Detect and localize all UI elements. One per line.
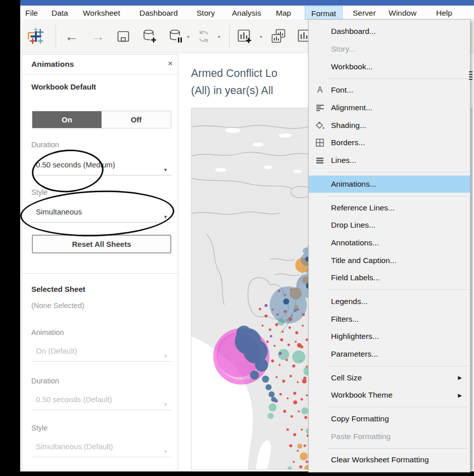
- submenu-arrow-icon: ▶: [458, 375, 462, 380]
- toggle-on-button[interactable]: On: [32, 111, 102, 128]
- menu-item-label: Workbook...: [331, 62, 470, 71]
- menu-item-legends[interactable]: Legends...: [309, 293, 470, 311]
- menu-item-cell-size[interactable]: Cell Size▶: [309, 369, 470, 386]
- menu-item-workbook-theme[interactable]: Workbook Theme▶: [309, 386, 470, 404]
- menu-item-alignment[interactable]: Alignment...: [309, 99, 470, 117]
- new-worksheet-dropdown-caret[interactable]: ▾: [260, 34, 262, 39]
- menu-format[interactable]: Format: [305, 6, 343, 20]
- menu-item-copy-formatting[interactable]: Copy Formatting: [309, 410, 470, 428]
- chevron-down-icon: ▼: [163, 397, 168, 412]
- menu-help[interactable]: Help: [436, 6, 452, 20]
- lines-icon: [309, 157, 331, 164]
- menu-dashboard[interactable]: Dashboard: [139, 6, 178, 20]
- menu-item-annotations[interactable]: Annotations...: [309, 234, 470, 252]
- sheet-duration-value: 0.50 seconds (Default): [36, 395, 112, 404]
- format-dropdown-menu: Dashboard... Story... Workbook... A Font…: [308, 19, 470, 472]
- chevron-down-icon: ▼: [163, 162, 168, 178]
- chevron-down-icon: ▼: [163, 209, 168, 225]
- menu-file[interactable]: File: [25, 6, 38, 20]
- workbook-default-toggle: On Off: [32, 111, 171, 128]
- close-icon[interactable]: ×: [168, 59, 173, 69]
- menu-window[interactable]: Window: [389, 6, 416, 20]
- forward-arrow-icon[interactable]: →: [91, 29, 105, 45]
- menu-item-field-labels[interactable]: Field Labels...: [309, 269, 470, 287]
- menu-item-label: Filters...: [331, 315, 470, 324]
- menu-item-label: Borders...: [331, 138, 470, 147]
- menu-item-shading[interactable]: Shading...: [309, 116, 470, 134]
- menu-separator: [328, 172, 468, 172]
- tableau-window: File Data Worksheet Dashboard Story Anal…: [20, 0, 474, 471]
- style-dropdown[interactable]: Simultaneous ▼: [31, 204, 171, 223]
- menu-item-reference-lines[interactable]: Reference Lines...: [309, 199, 470, 217]
- chevron-down-icon: ▼: [163, 349, 168, 364]
- menu-item-label: Font...: [331, 85, 470, 95]
- sheet-style-value: Simultaneous (Default): [36, 442, 113, 451]
- pause-dropdown-caret[interactable]: ▾: [187, 34, 189, 39]
- tableau-logo-icon[interactable]: [27, 27, 45, 46]
- sheet-duration-label: Duration: [31, 377, 59, 385]
- menu-item-borders[interactable]: Borders...: [309, 134, 470, 152]
- animations-panel: Animations × Workbook Default On Off Dur…: [22, 54, 178, 470]
- menu-item-dashboard[interactable]: Dashboard...: [309, 23, 470, 40]
- sheet-animation-value: On (Default): [36, 347, 77, 355]
- menu-separator: [328, 289, 468, 290]
- menu-item-lines[interactable]: Lines...: [309, 152, 470, 169]
- borders-icon: [309, 139, 331, 147]
- font-icon: A: [309, 85, 331, 95]
- menu-item-parameters[interactable]: Parameters...: [309, 345, 470, 363]
- menu-item-label: Title and Caption...: [331, 256, 470, 265]
- menu-item-label: Legends...: [331, 297, 470, 306]
- new-data-source-icon[interactable]: [141, 28, 158, 45]
- menu-story[interactable]: Story: [197, 6, 215, 20]
- toggle-off-button[interactable]: Off: [102, 111, 171, 128]
- menu-separator: [328, 78, 468, 79]
- menu-analysis[interactable]: Analysis: [232, 6, 261, 20]
- toolbar-separator: [56, 25, 56, 48]
- menu-item-highlighters[interactable]: Highlighters...: [309, 328, 470, 345]
- menu-separator: [328, 196, 468, 196]
- style-label: Style: [31, 188, 48, 196]
- save-icon[interactable]: [116, 29, 130, 44]
- menu-data[interactable]: Data: [52, 6, 68, 20]
- duplicate-sheet-icon[interactable]: [270, 28, 287, 45]
- menu-item-workbook[interactable]: Workbook...: [309, 58, 470, 75]
- menu-item-label: Copy Formatting: [331, 414, 470, 423]
- back-arrow-icon[interactable]: ←: [65, 29, 78, 45]
- menu-item-filters[interactable]: Filters...: [309, 310, 470, 328]
- pause-auto-updates-icon[interactable]: [168, 28, 184, 45]
- menu-item-animations[interactable]: Animations...: [309, 176, 470, 193]
- menu-separator: [328, 407, 468, 407]
- menu-item-label: Field Labels...: [331, 273, 470, 282]
- menu-item-label: Annotations...: [331, 238, 470, 247]
- menu-map[interactable]: Map: [276, 6, 291, 20]
- menu-item-drop-lines[interactable]: Drop Lines...: [309, 217, 470, 234]
- style-value: Simultaneous: [36, 207, 82, 216]
- menu-item-label: Shading...: [331, 121, 470, 130]
- duration-label: Duration: [31, 141, 59, 149]
- menu-item-label: Paste Formatting: [331, 432, 470, 441]
- reset-all-sheets-button[interactable]: Reset All Sheets: [32, 235, 171, 253]
- menu-item-story: Story...: [309, 40, 470, 58]
- menu-item-label: Drop Lines...: [331, 221, 470, 230]
- menu-worksheet[interactable]: Worksheet: [83, 6, 120, 20]
- refresh-icon: [196, 29, 211, 44]
- menu-item-font[interactable]: A Font...: [309, 81, 470, 99]
- menu-item-label: Parameters...: [331, 350, 470, 359]
- section-divider: [22, 273, 178, 274]
- submenu-arrow-icon: ▶: [458, 393, 462, 398]
- menu-item-label: Highlighters...: [331, 332, 470, 341]
- title-bar: [20, 0, 474, 6]
- duration-dropdown[interactable]: 0.50 seconds (Medium) ▼: [31, 157, 171, 176]
- selected-sheet-status: (None Selected): [31, 301, 84, 310]
- menu-item-clear-worksheet-formatting[interactable]: Clear Worksheet Formatting: [309, 451, 470, 469]
- new-worksheet-icon[interactable]: [236, 28, 253, 45]
- menu-separator: [328, 366, 468, 366]
- menu-item-title-and-caption[interactable]: Title and Caption...: [309, 251, 470, 269]
- menu-item-label: Workbook Theme: [331, 391, 458, 400]
- refresh-dropdown-caret: ▾: [218, 34, 220, 39]
- menu-server[interactable]: Server: [353, 6, 376, 20]
- menu-item-label: Lines...: [331, 156, 470, 165]
- menu-item-label: Clear Worksheet Formatting: [331, 455, 470, 464]
- menu-item-label: Animations...: [331, 180, 470, 189]
- menu-item-label: Cell Size: [331, 373, 458, 382]
